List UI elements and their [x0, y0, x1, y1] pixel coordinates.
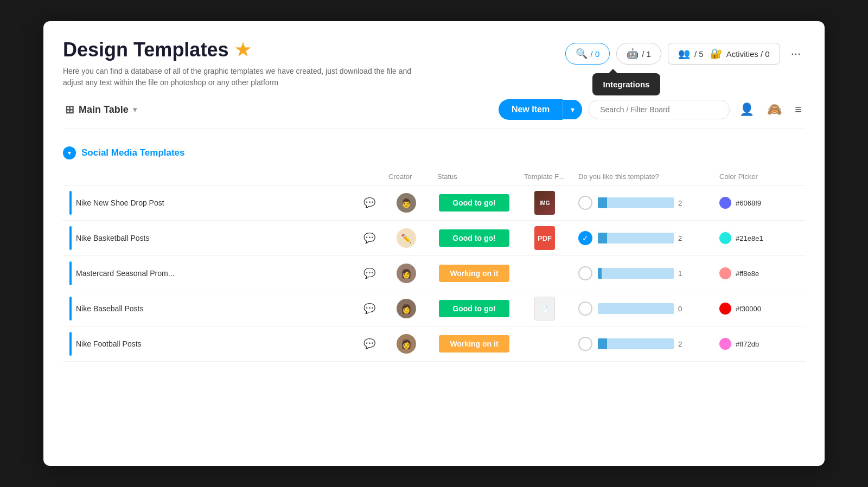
progress-bar [598, 303, 674, 314]
table-row: Nike New Shoe Drop Post 💬 👨 Good to go! … [63, 185, 805, 221]
new-item-button[interactable]: New Item ▾ [499, 99, 582, 120]
eye-slash-icon: 🙈 [767, 102, 782, 116]
like-cell: 2 [572, 332, 713, 355]
like-cell: 2 [572, 191, 713, 214]
hide-icon-button[interactable]: 🙈 [764, 100, 785, 119]
chevron-down-icon: ▾ [133, 105, 137, 114]
progress-bar [598, 197, 674, 208]
color-hex-value: #ff8e8e [736, 270, 759, 278]
item-name: Nike Football Posts [76, 339, 359, 348]
creator-cell: 👨 [382, 189, 431, 217]
progress-fill [598, 268, 602, 279]
automations-count: / 1 [642, 49, 651, 59]
more-options-button[interactable]: ··· [787, 44, 805, 63]
header-right: 🔍 / 0 Integrations 🤖 / 1 👥 / 5 🔐 Activit… [565, 43, 805, 65]
group-header: ▾ Social Media Templates [63, 146, 805, 159]
color-cell: #ff8e8e [713, 263, 805, 284]
color-cell: #21e8e1 [713, 228, 805, 248]
header-left: Design Templates ★ Here you can find a d… [63, 39, 565, 88]
automations-button[interactable]: 🤖 / 1 [616, 43, 661, 65]
progress-number: 2 [678, 234, 687, 242]
file-thumbnail[interactable]: IMG [534, 191, 555, 215]
color-dot[interactable] [719, 197, 731, 209]
like-cell: 1 [572, 262, 713, 285]
progress-number: 0 [678, 305, 687, 313]
item-name: Nike Basketball Posts [76, 234, 359, 242]
new-item-main-button[interactable]: New Item [499, 99, 563, 120]
comment-icon[interactable]: 💬 [363, 267, 375, 279]
color-dot[interactable] [719, 338, 731, 350]
progress-bar [598, 233, 674, 244]
color-dot[interactable] [719, 303, 731, 315]
like-checkbox[interactable] [578, 337, 592, 351]
comment-icon[interactable]: 💬 [363, 303, 375, 315]
automations-icon: 🤖 [627, 48, 639, 60]
color-hex-value: #f30000 [736, 305, 761, 313]
progress-container: 0 [598, 303, 687, 314]
file-thumbnail[interactable]: PDF [534, 226, 555, 250]
item-name: Nike Baseball Posts [76, 304, 359, 313]
color-cell: #6068f9 [713, 193, 805, 213]
group-title: Social Media Templates [81, 148, 185, 158]
creator-avatar: 👩 [397, 299, 416, 318]
filter-icon-button[interactable]: ≡ [792, 100, 805, 119]
progress-number: 1 [678, 270, 687, 278]
table-header-row: Creator Status Template F... Do you like… [63, 168, 805, 185]
color-dot[interactable] [719, 267, 731, 279]
new-item-dropdown-button[interactable]: ▾ [563, 100, 582, 119]
template-cell [518, 258, 572, 289]
progress-bar [598, 338, 674, 349]
row-bar [69, 226, 72, 250]
like-checkbox[interactable] [578, 196, 592, 210]
integrations-tooltip: Integrations [592, 73, 661, 95]
person-icon: 👤 [739, 102, 754, 116]
guests-button[interactable]: 🔍 / 0 [565, 43, 610, 65]
main-table-button[interactable]: ⊞ Main Table ▾ [63, 100, 139, 119]
search-input[interactable] [589, 100, 730, 119]
creator-avatar: 👩 [397, 334, 416, 354]
progress-number: 2 [678, 340, 687, 348]
progress-container: 2 [598, 233, 687, 244]
group-collapse-button[interactable]: ▾ [63, 146, 76, 159]
col-header-status: Status [431, 168, 518, 185]
lock-icon: 🔐 [710, 48, 722, 60]
header: Design Templates ★ Here you can find a d… [63, 39, 805, 88]
template-cell: IMG [518, 188, 572, 218]
creator-cell: 👩 [382, 259, 431, 287]
like-checkbox[interactable] [578, 302, 592, 316]
creator-cell: 👩 [382, 294, 431, 323]
color-dot[interactable] [719, 232, 731, 244]
creator-cell: ✏️ [382, 224, 431, 252]
row-name-cell: Nike Football Posts 💬 [63, 326, 382, 361]
like-cell: 0 [572, 297, 713, 320]
favorite-star-icon[interactable]: ★ [235, 40, 251, 60]
guests-icon: 🔍 [576, 48, 588, 60]
comment-icon[interactable]: 💬 [363, 338, 375, 350]
progress-number: 2 [678, 199, 687, 207]
like-checkbox[interactable] [578, 266, 592, 280]
activities-label: Activities / 0 [726, 49, 770, 59]
row-name-cell: Nike Basketball Posts 💬 [63, 221, 382, 255]
status-badge: Good to go! [439, 194, 509, 212]
col-header-like: Do you like this template? [572, 168, 713, 185]
guests-btn-container: 🔍 / 0 Integrations [565, 43, 610, 65]
activities-button[interactable]: 👥 / 5 🔐 Activities / 0 [668, 43, 780, 65]
file-thumbnail[interactable]: 📄 [534, 297, 555, 321]
col-header-name [63, 168, 382, 185]
toolbar: ⊞ Main Table ▾ New Item ▾ 👤 🙈 ≡ [63, 99, 805, 129]
row-name-cell: Nike New Shoe Drop Post 💬 [63, 185, 382, 220]
like-checkbox[interactable]: ✓ [578, 231, 592, 245]
comment-icon[interactable]: 💬 [363, 197, 375, 209]
row-bar [69, 261, 72, 285]
comment-icon[interactable]: 💬 [363, 232, 375, 244]
progress-fill [598, 338, 607, 349]
person-icon-button[interactable]: 👤 [736, 100, 757, 119]
app-window: Design Templates ★ Here you can find a d… [43, 21, 825, 466]
col-header-creator: Creator [382, 168, 431, 185]
row-bar [69, 297, 72, 321]
page-title-row: Design Templates ★ [63, 39, 565, 61]
progress-fill [598, 233, 607, 244]
status-badge: Working on it [439, 335, 509, 353]
status-badge: Good to go! [439, 300, 509, 317]
status-cell: Working on it [431, 261, 518, 285]
